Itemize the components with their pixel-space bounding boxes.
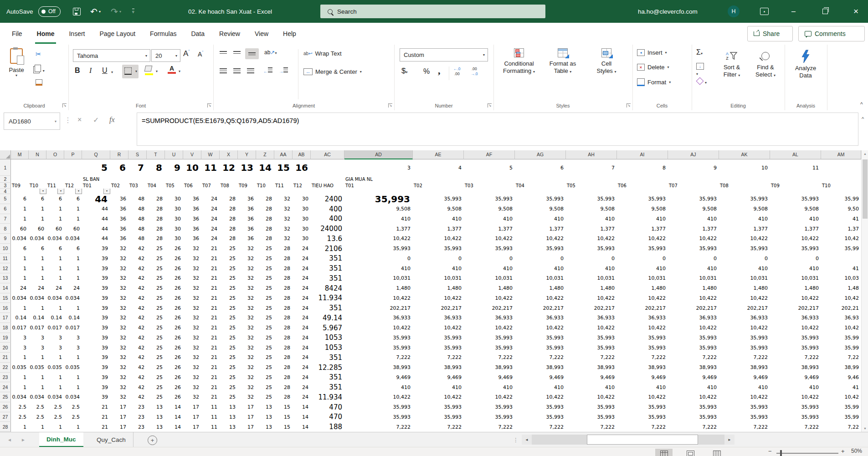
paste-dropdown[interactable]: ▾ [5,73,28,77]
cell[interactable]: 25 [256,363,274,373]
column-header-P[interactable]: P [64,150,82,159]
cell[interactable]: 42 [128,313,147,323]
cell[interactable]: 26 [165,323,183,333]
cell[interactable]: 410 [464,382,515,392]
cell[interactable]: 39 [82,382,110,392]
cell[interactable]: 0.034 [29,392,46,402]
cell[interactable]: 28 [220,214,238,224]
cell[interactable]: 0.034 [29,234,46,244]
insert-cells-button[interactable]: ◂ Insert▾ [637,49,667,56]
cell[interactable] [464,176,515,183]
cell[interactable]: 35,993 [719,402,770,412]
cell[interactable]: 25 [220,363,238,373]
cell[interactable]: 25 [256,303,274,313]
cell[interactable]: 410 [617,263,668,273]
cell[interactable]: 1 [11,422,29,432]
cell[interactable]: 10,422 [464,293,515,303]
cell[interactable]: 410 [344,263,413,273]
cell[interactable]: 28 [147,234,165,244]
cell[interactable]: 32 [110,273,128,283]
cell[interactable]: 10,422 [719,323,770,333]
cell[interactable]: 1 [46,382,64,392]
cell[interactable]: 32 [110,254,128,264]
cell[interactable]: 10,031 [515,273,566,283]
cell[interactable]: 24 [293,333,311,343]
cell[interactable]: 1 [29,263,46,273]
cell[interactable] [110,189,128,194]
cell[interactable]: 26 [165,392,183,402]
cell[interactable]: 10,422 [344,293,413,303]
cell[interactable]: 42 [128,293,147,303]
cell[interactable]: 28 [147,194,165,204]
cell[interactable]: 25 [220,283,238,293]
row-header-25[interactable]: 25 [0,392,11,402]
tab-insert[interactable]: Insert [62,23,92,45]
cell[interactable]: 9,508 [413,204,464,214]
cell[interactable] [29,176,46,183]
cancel-button[interactable]: × [77,116,82,124]
cell[interactable] [770,176,821,183]
cell[interactable]: 1 [64,273,82,283]
cell[interactable]: 7,222 [770,422,821,432]
row-header-5[interactable]: 5 [0,194,11,204]
row-header-17[interactable]: 17 [0,313,11,323]
row-header-16[interactable]: 16 [0,303,11,313]
column-header-R[interactable]: R [110,150,128,159]
cell[interactable]: 202,217 [464,303,515,313]
cell[interactable]: 410 [770,263,821,273]
cell[interactable]: 35,993 [344,244,413,254]
cell[interactable]: 1 [11,204,29,214]
fill-button[interactable]: ↓▾ [696,63,704,77]
align-middle-button[interactable] [233,51,241,55]
cell[interactable]: 14 [293,422,311,432]
column-header-AI[interactable]: AI [617,150,668,159]
cell[interactable]: 36,933 [464,313,515,323]
cell[interactable]: 36 [183,204,201,214]
row-header-22[interactable]: 22 [0,363,11,373]
cell[interactable]: 28 [147,224,165,234]
cell[interactable]: T12 [293,183,311,189]
cell[interactable]: T08 [719,183,770,189]
cell[interactable] [515,189,566,194]
cell[interactable]: 25 [147,382,165,392]
cell[interactable]: 410 [668,214,719,224]
paste-button[interactable]: Paste ▾ [5,48,28,77]
underline-button[interactable]: U [102,67,108,75]
cell[interactable]: 3 [344,159,413,176]
cell[interactable]: 1 [29,353,46,363]
column-header-AK[interactable]: AK [719,150,770,159]
cell[interactable]: 3 [64,343,82,353]
cell[interactable]: 6 [11,194,29,204]
cell[interactable]: 35,993 [617,343,668,353]
cell[interactable]: 0.034 [11,234,29,244]
cell[interactable]: 0.034 [46,293,64,303]
cell[interactable]: 35,993 [515,194,566,204]
cell[interactable]: 17 [110,412,128,422]
cell[interactable]: 14 [293,412,311,422]
cell[interactable]: 35,993 [464,333,515,343]
cell[interactable]: 0.034 [64,392,82,402]
cell[interactable] [64,176,82,183]
cell[interactable]: 32 [110,353,128,363]
cell[interactable]: 42 [128,263,147,273]
row-header-9[interactable]: 9 [0,234,11,244]
cell[interactable]: 32 [238,382,256,392]
cell[interactable]: 30 [293,224,311,234]
cell[interactable] [183,189,201,194]
zoom-out-button[interactable]: − [768,448,772,455]
cell[interactable]: 26 [165,263,183,273]
cell[interactable]: 13 [147,402,165,412]
cell[interactable]: 32 [183,303,201,313]
cell[interactable]: 188 [311,422,344,432]
cell[interactable]: 35,99 [821,343,861,353]
cell[interactable]: 26 [165,293,183,303]
merge-center-button[interactable]: ↔ Merge & Center ▾ [303,68,362,75]
cell[interactable]: 28 [147,204,165,214]
cell[interactable]: 36 [110,234,128,244]
cell[interactable]: 35,993 [770,412,821,422]
cell[interactable]: 0 [617,254,668,264]
cell[interactable]: 6 [29,194,46,204]
cell[interactable]: 0.034 [46,234,64,244]
cell[interactable]: 10,422 [617,392,668,402]
cell[interactable]: 1 [46,373,64,383]
